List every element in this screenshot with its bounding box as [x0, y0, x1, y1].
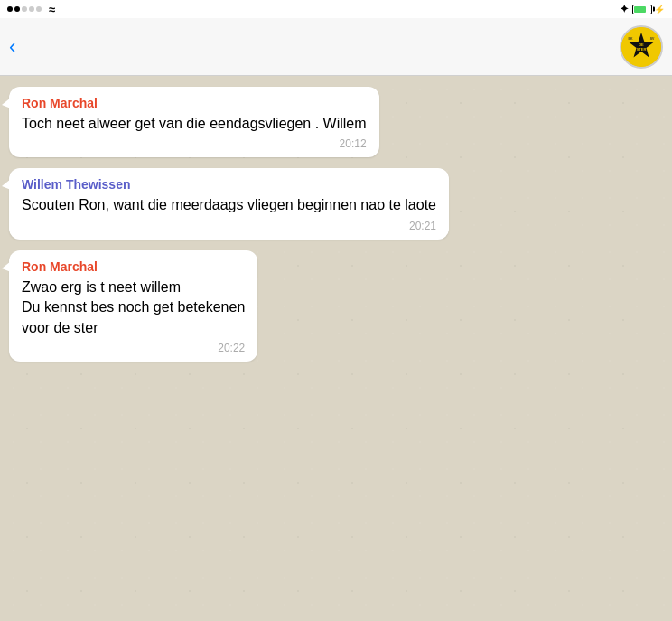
sender-name: Willem Thewissen: [22, 177, 436, 192]
message-text: Zwao erg is t neet willem Du kennst bes …: [22, 278, 245, 338]
svg-text:BK: BK: [628, 37, 633, 41]
status-left: ≈: [7, 3, 55, 16]
message-text: Toch neet alweer get van die eendagsvlie…: [22, 114, 367, 134]
message-time: 20:12: [22, 137, 367, 150]
status-bar: ≈ ✦ ⚡: [0, 0, 672, 18]
charging-icon: ⚡: [654, 5, 665, 14]
nav-right[interactable]: DE STER BK SV: [591, 25, 663, 69]
svg-text:SV: SV: [650, 37, 655, 41]
message-bubble: Willem ThewissenScouten Ron, want die me…: [9, 168, 449, 239]
svg-text:STER: STER: [637, 47, 647, 52]
status-right: ✦ ⚡: [620, 3, 665, 15]
message-bubble: Ron MarchalZwao erg is t neet willem Du …: [9, 250, 257, 362]
wifi-icon: ≈: [49, 3, 55, 16]
chevron-left-icon: ‹: [9, 37, 15, 57]
message-time: 20:21: [22, 220, 436, 232]
chat-background: Ron MarchalToch neet alweer get van die …: [0, 76, 672, 621]
sender-name: Ron Marchal: [22, 259, 245, 274]
message-text: Scouten Ron, want die meerdaags vliegen …: [22, 195, 436, 215]
back-button[interactable]: ‹: [9, 37, 81, 57]
message-row: Willem ThewissenScouten Ron, want die me…: [9, 168, 565, 239]
group-icon-svg: DE STER BK SV: [621, 27, 661, 67]
message-bubble: Ron MarchalToch neet alweer get van die …: [9, 87, 379, 157]
battery-indicator: ⚡: [632, 5, 665, 14]
group-avatar[interactable]: DE STER BK SV: [620, 25, 663, 69]
sender-name: Ron Marchal: [22, 96, 367, 110]
message-time: 20:22: [22, 342, 245, 354]
navigation-bar: ‹ DE STER BK SV: [0, 18, 672, 76]
signal-icon: [7, 6, 42, 12]
bluetooth-icon: ✦: [620, 3, 629, 15]
message-row: Ron MarchalToch neet alweer get van die …: [9, 87, 565, 157]
message-row: Ron MarchalZwao erg is t neet willem Du …: [9, 250, 565, 362]
